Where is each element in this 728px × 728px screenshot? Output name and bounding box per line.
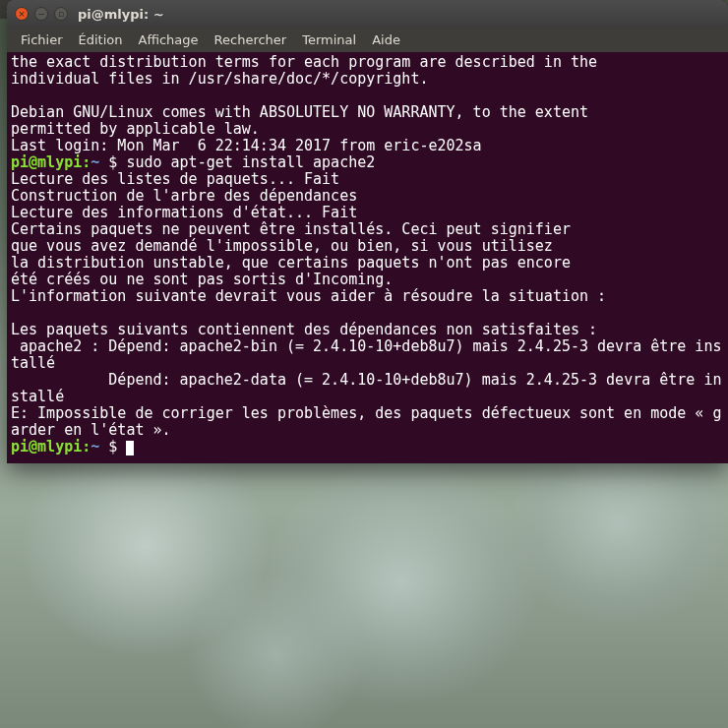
motd-text: the exact distribution terms for each pr… (11, 53, 597, 154)
menu-affichage[interactable]: Affichage (130, 30, 206, 50)
terminal-window: × − ▫ pi@mlypi: ~ Fichier Édition Affich… (7, 0, 728, 463)
menu-edition[interactable]: Édition (71, 30, 131, 50)
apt-output: Lecture des listes de paquets... Fait Co… (11, 170, 721, 439)
close-button[interactable]: × (15, 7, 29, 21)
terminal-output[interactable]: the exact distribution terms for each pr… (7, 52, 728, 463)
minimize-button[interactable]: − (34, 7, 48, 21)
maximize-button[interactable]: ▫ (54, 7, 68, 21)
window-title: pi@mlypi: ~ (78, 7, 164, 22)
menu-fichier[interactable]: Fichier (13, 30, 71, 50)
menu-rechercher[interactable]: Rechercher (207, 30, 295, 50)
menu-terminal[interactable]: Terminal (294, 30, 364, 50)
titlebar[interactable]: × − ▫ pi@mlypi: ~ (7, 0, 728, 28)
prompt-sigil: $ (108, 438, 117, 455)
prompt-userhost: pi@mlypi (11, 153, 82, 171)
prompt-sep: : (82, 438, 91, 455)
prompt-sep: : (82, 153, 91, 171)
prompt-path: ~ (91, 438, 99, 455)
prompt-userhost: pi@mlypi (11, 438, 82, 455)
menubar: Fichier Édition Affichage Rechercher Ter… (7, 28, 728, 52)
prompt-sigil: $ (108, 153, 117, 171)
cursor (126, 441, 134, 455)
prompt-path: ~ (91, 153, 99, 171)
command-text: sudo apt-get install apache2 (126, 153, 375, 171)
menu-aide[interactable]: Aide (364, 30, 408, 50)
